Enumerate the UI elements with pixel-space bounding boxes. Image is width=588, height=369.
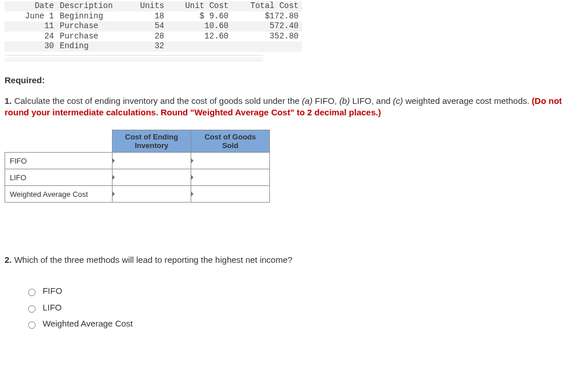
q1-number: 1. [5,96,12,106]
col-header-cogs: Cost of Goods Sold [191,130,270,153]
rowlabel-fifo: FIFO [5,153,113,169]
q2-number: 2. [5,255,12,265]
table-row: 11 Purchase 54 10.60 572.40 [5,21,302,32]
option-label-fifo: FIFO [42,286,62,296]
table-row: 30 Ending 32 [5,41,302,52]
input-wac-ending[interactable] [113,186,191,203]
th-desc: Description [57,1,126,11]
inventory-data-table: Date Description Units Unit Cost Total C… [5,1,302,52]
rowlabel-lifo: LIFO [5,169,113,186]
question-1: 1. Calculate the cost of ending inventor… [5,95,579,119]
question-2: 2. Which of the three methods will lead … [5,254,579,266]
input-lifo-ending[interactable] [113,169,191,186]
input-wac-cogs[interactable] [191,186,270,203]
option-label-lifo: LIFO [42,302,61,312]
radio-fifo[interactable] [28,289,36,296]
radio-wac[interactable] [28,321,36,329]
q2-options: FIFO LIFO Weighted Average Cost [25,283,583,332]
th-unit-cost: Unit Cost [168,1,232,11]
radio-lifo[interactable] [28,305,36,313]
col-header-ending-inventory: Cost of Ending Inventory [113,130,191,153]
table-scroll-track[interactable] [5,55,263,61]
th-units: Units [126,1,168,11]
input-fifo-cogs[interactable] [191,153,270,169]
table-row: 24 Purchase 28 12.60 352.80 [5,32,302,42]
input-fifo-ending[interactable] [113,153,191,169]
answer-grid: Cost of Ending Inventory Cost of Goods S… [5,130,270,203]
th-total-cost: Total Cost [232,1,302,11]
rowlabel-wac: Weighted Average Cost [5,186,113,203]
input-lifo-cogs[interactable] [191,169,270,186]
table-row: June 1 Beginning 18 $ 9.60 $172.80 [5,11,302,22]
option-label-wac: Weighted Average Cost [42,318,133,328]
th-date: Date [5,1,57,11]
required-heading: Required: [5,75,583,85]
answer-grid-corner [5,130,113,153]
